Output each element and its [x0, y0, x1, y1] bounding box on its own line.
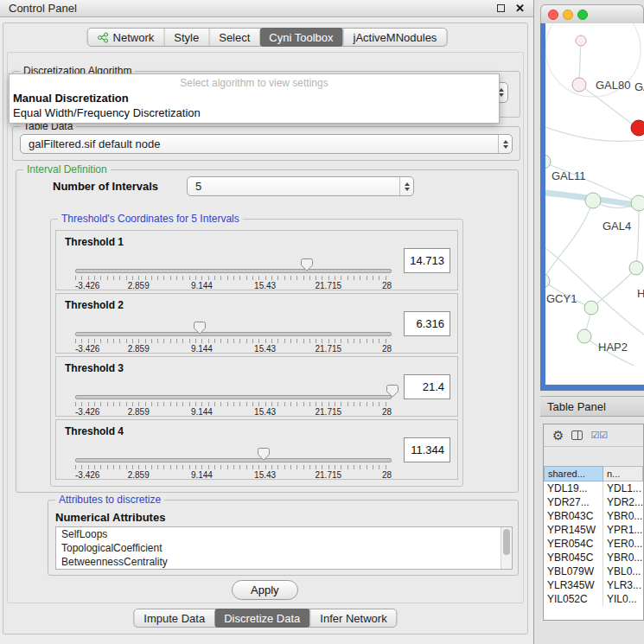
- slider-track[interactable]: [75, 458, 392, 462]
- network-node[interactable]: [631, 195, 644, 211]
- table-panel-titlebar[interactable]: Table Panel: [540, 396, 644, 417]
- tab-cyni-toolbox[interactable]: Cyni Toolbox: [259, 28, 342, 47]
- list-item[interactable]: TopologicalCoefficient: [56, 541, 512, 555]
- column-header-shared-name[interactable]: shared...: [544, 466, 603, 481]
- dropdown-option-equal-width-frequency[interactable]: Equal Width/Frequency Discretization: [10, 105, 499, 120]
- network-node[interactable]: [629, 261, 643, 275]
- table-row[interactable]: YLR345WYLR3...: [544, 578, 643, 592]
- table-row[interactable]: YER054CYER0...: [544, 537, 643, 551]
- tab-network[interactable]: Network: [88, 29, 164, 46]
- combo-stepper-icon[interactable]: [399, 177, 413, 195]
- slider-ticks: [75, 276, 392, 280]
- cell[interactable]: YBL0...: [603, 564, 643, 578]
- tab-select[interactable]: Select: [208, 29, 259, 46]
- network-node[interactable]: [572, 78, 586, 92]
- column-header-name[interactable]: n...: [603, 466, 643, 481]
- zoom-traffic-light[interactable]: [577, 10, 588, 20]
- cell[interactable]: YDL19...: [544, 481, 603, 495]
- table-row[interactable]: YDR27...YDR2...: [544, 495, 643, 509]
- close-traffic-light[interactable]: [548, 10, 558, 20]
- list-item[interactable]: BetweennessCentrality: [56, 555, 512, 569]
- slider-scale: -3.426 2.859 9.144 15.43 21.715 28: [75, 344, 392, 354]
- threshold-2-label: Threshold 2: [65, 299, 124, 311]
- cell[interactable]: YBR0...: [603, 509, 643, 523]
- num-intervals-combobox[interactable]: 5: [187, 176, 414, 196]
- network-node[interactable]: [545, 155, 551, 169]
- network-node-selected[interactable]: [631, 120, 644, 136]
- tab-style[interactable]: Style: [163, 29, 208, 46]
- scale-label: 28: [382, 407, 392, 417]
- table-settings-gear-icon[interactable]: ⚙: [552, 429, 564, 442]
- dropdown-option-manual-discretization[interactable]: Manual Discretization: [10, 91, 499, 105]
- table-data-value: galFiltered.sif default node: [21, 137, 498, 150]
- threshold-1-label: Threshold 1: [65, 236, 124, 248]
- network-node[interactable]: [545, 274, 550, 288]
- network-canvas[interactable]: GAL80 GA GAL11 GAL4 GCY1 HAP2 H: [545, 23, 644, 385]
- network-node[interactable]: [584, 301, 598, 315]
- scale-label: 15.43: [254, 407, 276, 417]
- cell[interactable]: YPR145W: [544, 523, 603, 537]
- threshold-4-value-field[interactable]: 11.344: [404, 437, 450, 462]
- table-row[interactable]: YBR045CYBR0...: [544, 551, 643, 564]
- cell[interactable]: YBR0...: [603, 551, 643, 564]
- network-node[interactable]: [576, 35, 586, 46]
- threshold-3-value-field[interactable]: 21.4: [404, 374, 450, 399]
- tab-impute-data[interactable]: Impute Data: [134, 609, 214, 627]
- control-panel-titlebar[interactable]: Control Panel ✕: [0, 0, 533, 17]
- table-data-combobox[interactable]: galFiltered.sif default node: [20, 134, 513, 154]
- cell[interactable]: YBL079W: [544, 564, 603, 578]
- cell[interactable]: YDR2...: [603, 495, 643, 509]
- network-window-titlebar[interactable]: [540, 4, 644, 23]
- cell[interactable]: YBR043C: [544, 509, 603, 523]
- cell[interactable]: YDR27...: [544, 495, 603, 509]
- table-row[interactable]: YIL052CYIL0...: [544, 592, 643, 606]
- select-columns-icon[interactable]: ☑☑: [590, 430, 608, 441]
- minimize-traffic-light[interactable]: [563, 10, 573, 20]
- minimize-icon[interactable]: [497, 4, 505, 12]
- slider-thumb[interactable]: [386, 385, 399, 398]
- close-icon[interactable]: ✕: [515, 3, 525, 14]
- table-row[interactable]: YBL079WYBL0...: [544, 564, 643, 578]
- slider-thumb[interactable]: [301, 258, 313, 271]
- threshold-2-value-field[interactable]: 6.316: [404, 311, 450, 336]
- slider-ticks: [75, 339, 392, 343]
- cell[interactable]: YIL0...: [603, 592, 643, 606]
- combo-stepper-icon[interactable]: [498, 135, 512, 153]
- show-columns-icon[interactable]: [571, 430, 583, 440]
- slider-thumb[interactable]: [194, 322, 206, 335]
- slider-track[interactable]: [75, 395, 392, 399]
- scale-label: 21.715: [316, 281, 342, 290]
- list-item[interactable]: SelfLoops: [56, 527, 512, 541]
- slider-track[interactable]: [75, 332, 392, 336]
- control-panel-window: Control Panel ✕ Network Style Select Cyn…: [0, 0, 534, 644]
- cell[interactable]: YDL1...: [603, 481, 643, 495]
- network-view-frame: GAL80 GA GAL11 GAL4 GCY1 HAP2 H: [540, 23, 644, 391]
- scale-label: -3.426: [75, 470, 99, 480]
- cell[interactable]: YLR3...: [603, 578, 643, 592]
- table-data-groupbox: Table Data galFiltered.sif default node: [12, 126, 520, 161]
- cell[interactable]: YBR045C: [544, 551, 603, 564]
- network-graph: [545, 23, 644, 385]
- table-row[interactable]: YDL19...YDL1...: [544, 481, 643, 495]
- cell[interactable]: YER0...: [603, 537, 643, 551]
- table-row[interactable]: YPR145WYPR1...: [544, 523, 643, 537]
- scrollbar-thumb[interactable]: [503, 529, 510, 555]
- apply-button[interactable]: Apply: [232, 580, 298, 600]
- cell[interactable]: YIL052C: [544, 592, 603, 606]
- scrollbar[interactable]: [501, 527, 512, 569]
- tab-discretize-data[interactable]: Discretize Data: [214, 609, 309, 628]
- cell[interactable]: YPR1...: [603, 523, 643, 537]
- threshold-1-value-field[interactable]: 14.713: [404, 248, 450, 273]
- thresholds-groupbox-title: Threshold's Coordinates for 5 Intervals: [58, 213, 243, 225]
- scale-label: 9.144: [191, 281, 213, 290]
- tab-jactivemnodules[interactable]: jActiveMNodules: [343, 29, 447, 46]
- slider-track[interactable]: [75, 269, 392, 273]
- network-node[interactable]: [585, 193, 601, 208]
- cell[interactable]: YER054C: [544, 537, 603, 551]
- desktop: Control Panel ✕ Network Style Select Cyn…: [0, 0, 644, 644]
- network-node[interactable]: [577, 329, 591, 343]
- table-row[interactable]: YBR043CYBR0...: [544, 509, 643, 523]
- slider-thumb[interactable]: [258, 448, 270, 461]
- cell[interactable]: YLR345W: [544, 578, 603, 592]
- tab-infer-network[interactable]: Infer Network: [309, 609, 396, 627]
